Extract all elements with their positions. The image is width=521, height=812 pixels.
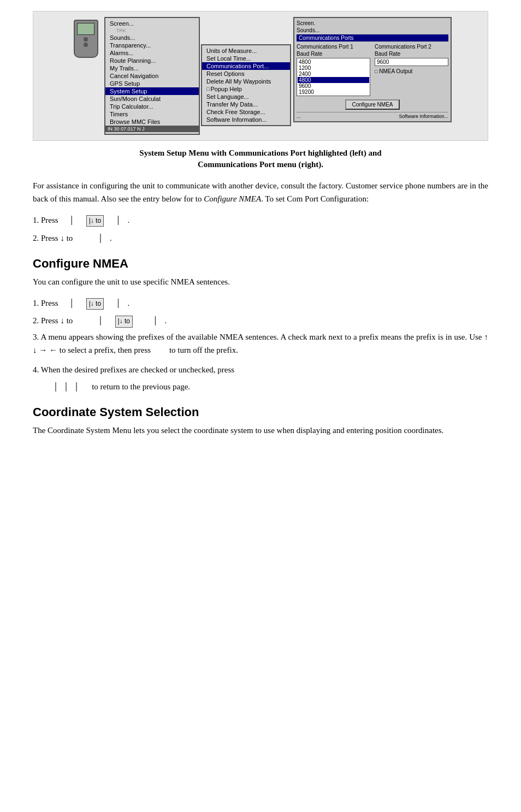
submenu-delete-waypoints[interactable]: Delete All My Waypoints (202, 78, 290, 85)
bottom-bar-text: ... (297, 114, 301, 119)
configure-step-2: 2. Press ↓ to | |↓ to | . (33, 312, 488, 328)
submenu-transfer-data[interactable]: Transfer My Data... (202, 100, 290, 108)
comm-ports-row: Communications Port 1 Baud Rate 4800 120… (297, 44, 448, 96)
configure-nmea-btn-container: Configure NMEA (297, 99, 448, 110)
comm-panel: Screen. Sounds... Communications Ports C… (293, 17, 452, 122)
nmea-output-check[interactable]: □ NMEA Output (375, 68, 448, 74)
baud-list-2[interactable]: 9600 (375, 58, 448, 66)
comm-panel-bottom-bar: ... Software Information... (297, 112, 448, 119)
comm-sounds-title: Sounds... (297, 27, 448, 33)
body-paragraph-1: For assistance in configuring the unit t… (33, 179, 488, 205)
submenu-software-info[interactable]: Software Information... (202, 116, 290, 123)
screenshot-container: Screen... TRK Sounds... Transparency... … (33, 11, 488, 141)
left-menu-panel: Screen... TRK Sounds... Transparency... … (104, 17, 200, 135)
baud-9600-1[interactable]: 9600 (298, 83, 369, 89)
menu-item-trk[interactable]: TRK (105, 27, 199, 34)
menu-item-route-planning[interactable]: Route Planning... (105, 57, 199, 64)
configure-nmea-heading: Configure NMEA (33, 257, 488, 271)
bottom-software-info: Software Information... (399, 114, 448, 119)
configure-nmea-button[interactable]: Configure NMEA (345, 99, 400, 110)
menu-item-browse-mmc[interactable]: Browse MMC Files (105, 118, 199, 126)
menu-item-trip-calculator[interactable]: Trip Calculator... (105, 103, 199, 110)
menu-item-gps-setup[interactable]: GPS Setup (105, 80, 199, 87)
configure-step-4: 4. When the desired prefixes are checked… (33, 363, 488, 376)
submenu-popup-help[interactable]: □ Popup Help (202, 85, 290, 93)
step-2-line: 2. Press ↓ to | . (33, 230, 488, 246)
comm-panel-screen-title: Screen. (297, 20, 448, 26)
submenu-set-language[interactable]: Set Language... (202, 93, 290, 100)
menu-item-system-setup[interactable]: System Setup (105, 87, 199, 95)
comm-panel-subtitle: Communications Ports (297, 34, 448, 42)
menu-item-timers[interactable]: Timers (105, 110, 199, 118)
baud-2400[interactable]: 2400 (298, 71, 369, 77)
coordinate-system-body: The Coordinate System Menu lets you sele… (33, 424, 488, 437)
baud-1200[interactable]: 1200 (298, 65, 369, 71)
baud-label-1: Baud Rate (297, 51, 370, 57)
figure-caption: System Setup Menu with Communications Po… (33, 147, 488, 170)
status-bar: IN 30 07.017 N J (105, 126, 199, 132)
menu-item-sounds[interactable]: Sounds... (105, 34, 199, 42)
baud-9600-2[interactable]: 9600 (376, 59, 447, 65)
configure-step-1: 1. Press | |↓ to | . (33, 295, 488, 311)
menu-item-cancel-navigation[interactable]: Cancel Navigation (105, 72, 199, 80)
submenu-check-storage[interactable]: Check Free Storage... (202, 108, 290, 116)
comm-port-col-2: Communications Port 2 Baud Rate 9600 □ N… (375, 44, 448, 96)
baud-19200[interactable]: 19200 (298, 89, 369, 95)
configure-nmea-intro: You can configure the unit to use specif… (33, 275, 488, 288)
submenu-set-local-time[interactable]: Set Local Time... (202, 55, 290, 62)
baud-4800-1[interactable]: 4800 (298, 59, 369, 65)
baud-label-2: Baud Rate (375, 51, 448, 57)
configure-step-4-cont: | | | to return to the previous page. (55, 378, 488, 394)
menu-item-sun-moon[interactable]: Sun/Moon Calculat (105, 95, 199, 103)
baud-4800-selected[interactable]: 4800 (298, 77, 369, 83)
baud-list-1[interactable]: 4800 1200 2400 4800 9600 19200 (297, 58, 370, 96)
configure-step-3: 3. A menu appears showing the prefixes o… (33, 330, 488, 357)
submenu-reset-options[interactable]: Reset Options (202, 70, 290, 78)
menu-item-transparency[interactable]: Transparency... (105, 42, 199, 49)
comm-port-col-1: Communications Port 1 Baud Rate 4800 120… (297, 44, 370, 96)
menu-item-alarms[interactable]: Alarms... (105, 49, 199, 57)
menu-item-my-trails[interactable]: My Trails... (105, 64, 199, 72)
submenu-panel: Units of Measure... Set Local Time... Co… (201, 44, 291, 126)
submenu-units[interactable]: Units of Measure... (202, 47, 290, 55)
menu-item-screen[interactable]: Screen... (105, 20, 199, 27)
comm-port-1-label: Communications Port 1 (297, 44, 370, 50)
comm-port-2-label: Communications Port 2 (375, 44, 448, 50)
step-1-line: 1. Press | |↓ to | . (33, 212, 488, 228)
coordinate-system-heading: Coordinate System Selection (33, 405, 488, 419)
submenu-comm-port[interactable]: Communications Port... (202, 62, 290, 70)
gps-device-image (69, 17, 102, 135)
